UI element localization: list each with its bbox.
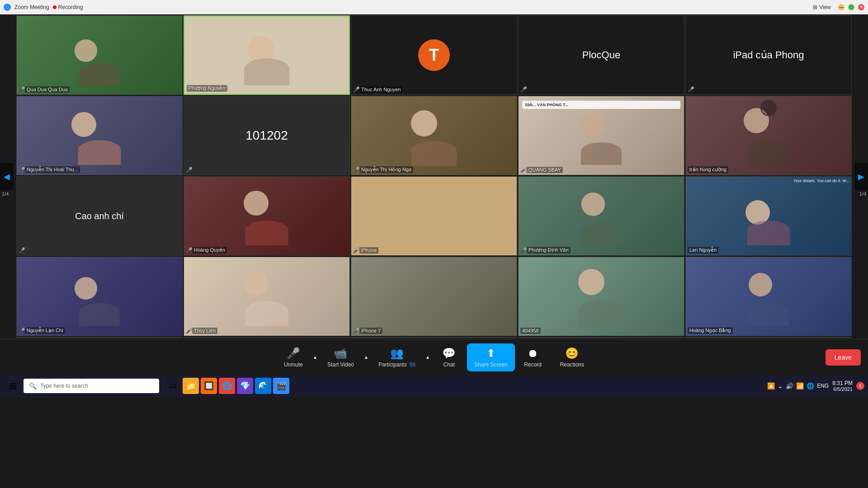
unmute-group: 🎤 Unmute ▲	[275, 343, 318, 371]
recording-dot	[53, 5, 57, 9]
language-badge[interactable]: ENG	[817, 383, 829, 389]
system-tray-area: 🔼 ⌄ 🔊 📶 🌐 ENG 8:31 PM 6/5/2021 6	[767, 380, 864, 392]
video-grid-area: ◀ 1/4 🎤 Qua Dua Qua Dua Phượng Nguyễn T …	[0, 14, 868, 339]
taskbar-app-icons: 🗂 📁 🔲 🌐 💎 🌊 🎬	[165, 378, 289, 394]
participant-name: Nguyễn Thị Hồng Nga	[359, 166, 413, 173]
unmute-button[interactable]: 🎤 Unmute	[275, 343, 312, 371]
record-button[interactable]: ⏺ Record	[515, 343, 551, 371]
search-icon: 🔍	[29, 382, 37, 389]
svg-point-0	[5, 5, 10, 10]
participant-name: Phượng Định Vân	[527, 247, 571, 253]
zoom-icon	[4, 4, 11, 11]
participant-name: trần hùng cường	[688, 166, 728, 173]
mute-icon: 🎤	[186, 328, 193, 334]
participant-name: 404958	[520, 328, 541, 334]
taskbar: ⊞ 🔍 Type here to search 🗂 📁 🔲 🌐 💎 🌊 🎬 🔼 …	[0, 375, 868, 397]
mute-icon: 🎤	[688, 86, 694, 93]
participant-cell: 🎤 Nguyễn Thị Hoài Thu...	[16, 96, 183, 175]
participant-display-name: PlocQue	[582, 49, 620, 61]
video-chevron-icon[interactable]: ▲	[363, 355, 369, 360]
zoom-taskbar-button[interactable]: 🎬	[273, 378, 289, 394]
chat-button[interactable]: 💬 Chat	[431, 343, 467, 371]
participants-group: 👥 Participants 86 ▲	[369, 343, 431, 371]
participant-cell: 🎤 Truc linh	[518, 337, 684, 338]
mute-icon: 🎤	[186, 247, 193, 253]
participant-name: Thùy Liên	[192, 328, 217, 334]
notification-count-badge[interactable]: 6	[856, 382, 864, 390]
video-grid: 🎤 Qua Dua Qua Dua Phượng Nguyễn T 🎤 Thuc…	[0, 14, 868, 339]
mute-icon: 🎤	[520, 86, 527, 93]
participant-cell: 🎤 Cao anh chí	[16, 176, 183, 256]
microsoft-store-button[interactable]: 🔲	[201, 378, 217, 394]
participant-cell: Nguyen Văn Thịnh	[685, 337, 852, 338]
network-icon[interactable]: 🔼	[767, 382, 775, 389]
participant-cell: trần hùng cường	[685, 96, 852, 175]
view-button[interactable]: ⊞ View	[813, 4, 831, 10]
chevron-tray-icon[interactable]: ⌄	[778, 382, 783, 389]
start-video-group: 📹 Start Video ▲	[318, 343, 369, 371]
participant-cell: 🎤 Nguyễn Thị Hồng Nga	[351, 96, 517, 175]
share-screen-icon: ⬆	[486, 347, 495, 360]
nav-next-button[interactable]: ▶	[854, 163, 868, 190]
record-icon: ⏺	[528, 347, 538, 360]
participant-cell: 404958	[518, 257, 684, 336]
participant-cell: 🎤 Thùy Liên	[184, 257, 350, 336]
mute-icon: 🎤	[19, 167, 25, 173]
participant-cell: 🎤 404958	[184, 337, 350, 338]
participant-cell: 🎤 PlocQue	[518, 15, 684, 95]
participant-cell: Hoàng Ngọc Bằng	[685, 257, 852, 336]
participant-cell: 🎤 Hoàng Quyền	[184, 176, 350, 256]
participants-label: Participants 86	[378, 361, 415, 368]
mute-icon: 🎤	[520, 247, 527, 253]
participant-cell: 🎤 101202	[184, 96, 350, 175]
participant-name: Hoàng Quyền	[192, 247, 227, 253]
share-screen-button[interactable]: ⬆ Share Screen	[467, 343, 514, 371]
participant-name: QUANG SBAY	[527, 167, 563, 173]
participant-cell: 🎤 iPhone	[351, 176, 517, 256]
participant-avatar: T	[418, 39, 450, 71]
participant-name: Lan Nguyễn	[688, 247, 718, 253]
participant-cell: 🎤 404958	[351, 337, 517, 338]
unmute-label: Unmute	[284, 361, 303, 368]
participant-cell: 🎤 iPad của Phong	[685, 15, 852, 95]
search-placeholder: Type here to search	[40, 383, 88, 389]
participants-chevron-icon[interactable]: ▲	[425, 355, 431, 360]
reactions-label: Reactions	[560, 361, 584, 368]
system-clock: 8:31 PM 6/5/2021	[832, 380, 853, 392]
file-explorer-button[interactable]: 📁	[183, 378, 199, 394]
participants-button[interactable]: 👥 Participants 86	[369, 343, 425, 371]
chrome-button[interactable]: 🌐	[219, 378, 235, 394]
unknown-app-button[interactable]: 💎	[237, 378, 253, 394]
participant-name: iPhone	[359, 247, 378, 253]
participant-name: iPhone 7	[359, 328, 382, 334]
mute-icon: 🎤	[353, 328, 360, 334]
start-button[interactable]: ⊞	[4, 377, 22, 395]
participants-icon: 👥	[390, 347, 404, 360]
recording-badge: Recording	[53, 4, 83, 10]
volume-icon[interactable]: 🔊	[786, 382, 793, 389]
close-button[interactable]: ✕	[858, 4, 864, 10]
time-display: 8:31 PM	[832, 380, 853, 386]
edge-button[interactable]: 🌊	[255, 378, 271, 394]
mute-icon: 🎤	[19, 86, 25, 93]
view-grid-icon: ⊞	[813, 4, 817, 10]
chat-icon: 💬	[442, 347, 456, 360]
maximize-button[interactable]: □	[848, 4, 854, 10]
wifi-icon[interactable]: 🌐	[807, 382, 814, 389]
reactions-button[interactable]: 😊 Reactions	[551, 343, 593, 371]
speaker-icon[interactable]: 📶	[796, 382, 804, 389]
share-screen-label: Share Screen	[474, 361, 507, 368]
start-video-label: Start Video	[327, 361, 354, 368]
search-bar[interactable]: 🔍 Type here to search	[24, 379, 159, 393]
minimize-button[interactable]: —	[838, 4, 844, 10]
video-icon: 📹	[334, 347, 347, 360]
task-view-button[interactable]: 🗂	[165, 378, 181, 394]
unmute-chevron-icon[interactable]: ▲	[312, 355, 318, 360]
start-video-button[interactable]: 📹 Start Video	[318, 343, 363, 371]
participant-cell: Your dream, You can do it. W... Lan Nguy…	[685, 176, 852, 256]
page-indicator-right: 1/4	[859, 191, 866, 197]
participant-cell: 🎤 Hòa Nguyễn Đức	[16, 337, 183, 338]
leave-button[interactable]: Leave	[826, 349, 861, 366]
participant-name: Hoàng Ngọc Bằng	[688, 327, 733, 334]
nav-prev-button[interactable]: ◀	[0, 163, 14, 190]
